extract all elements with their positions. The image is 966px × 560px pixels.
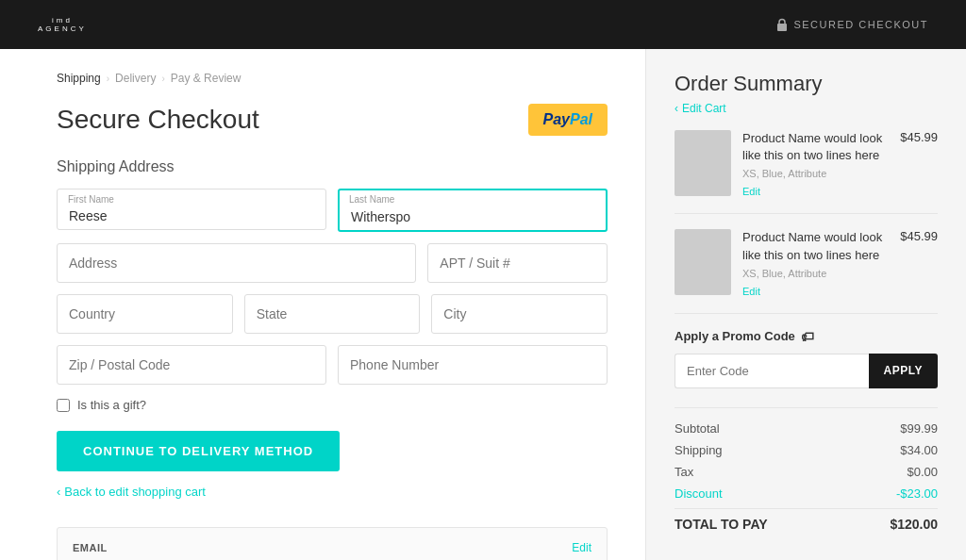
gift-label: Is this a gift? (77, 398, 146, 412)
breadcrumb-step3[interactable]: Pay & Review (171, 72, 242, 85)
total-row: TOTAL TO PAY $120.00 (675, 508, 938, 532)
state-group (244, 294, 421, 334)
page-title: Secure Checkout (57, 105, 259, 135)
state-input[interactable] (244, 294, 421, 334)
discount-value: -$23.00 (896, 486, 938, 501)
country-input[interactable] (57, 294, 233, 334)
continue-button[interactable]: CONTINUE TO DELIVERY METHOD (57, 431, 340, 471)
product-attrs-2: XS, Blue, Attribute (742, 268, 889, 279)
edit-cart-chevron-icon: ‹ (675, 102, 678, 115)
address-group (57, 243, 416, 283)
total-label: TOTAL TO PAY (675, 517, 768, 532)
address-input[interactable] (57, 243, 416, 283)
edit-cart-label: Edit Cart (682, 102, 726, 115)
gift-checkbox-row: Is this a gift? (57, 398, 608, 412)
product-price-2: $45.99 (900, 229, 938, 297)
secure-badge: SECURED CHECKOUT (776, 18, 928, 31)
location-row (57, 294, 608, 334)
product-thumbnail-1 (675, 130, 731, 196)
logo-line2: AGENCY (38, 25, 87, 33)
lock-icon (776, 18, 788, 31)
zip-phone-row (57, 345, 608, 385)
shipping-label: Shipping (675, 443, 723, 457)
zip-input[interactable] (57, 345, 326, 385)
zip-group (57, 345, 326, 385)
left-panel: Shipping › Delivery › Pay & Review Secur… (0, 49, 645, 560)
logo-line1: imd (38, 16, 87, 25)
breadcrumb: Shipping › Delivery › Pay & Review (57, 72, 608, 85)
email-section: EMAIL Edit Reeselovesguac@gmail.com (57, 527, 608, 560)
logo: imd AGENCY (38, 16, 87, 33)
email-header: EMAIL Edit (73, 541, 591, 554)
main-container: Shipping › Delivery › Pay & Review Secur… (0, 49, 966, 560)
discount-label: Discount (675, 486, 723, 501)
paypal-button[interactable]: PayPal (528, 104, 608, 136)
secure-label: SECURED CHECKOUT (793, 19, 928, 30)
total-value: $120.00 (890, 517, 938, 532)
promo-label: Apply a Promo Code (675, 329, 795, 343)
shipping-row: Shipping $34.00 (675, 443, 938, 457)
back-chevron-icon: ‹ (57, 485, 60, 499)
subtotal-row: Subtotal $99.99 (675, 421, 938, 436)
right-panel: Order Summary ‹ Edit Cart Product Name w… (645, 49, 966, 560)
product-info-1: Product Name would look like this on two… (742, 130, 889, 198)
phone-input[interactable] (338, 345, 608, 385)
product-edit-link-1[interactable]: Edit (742, 186, 760, 197)
order-summary-title: Order Summary (675, 72, 938, 96)
product-attrs-1: XS, Blue, Attribute (742, 168, 889, 179)
country-group (57, 294, 233, 334)
breadcrumb-sep1: › (107, 74, 109, 84)
product-edit-link-2[interactable]: Edit (742, 286, 760, 297)
last-name-group: Last Name (338, 189, 608, 232)
promo-title: Apply a Promo Code 🏷 (675, 329, 938, 344)
city-group (431, 294, 608, 334)
first-name-input[interactable] (57, 189, 326, 230)
apt-input[interactable] (427, 243, 608, 283)
section-title-shipping: Shipping Address (57, 158, 608, 175)
paypal-pal: Pal (570, 111, 592, 128)
product-info-2: Product Name would look like this on two… (742, 229, 889, 297)
apply-button[interactable]: APPLY (869, 354, 938, 388)
first-name-group: First Name (57, 189, 326, 232)
promo-section: Apply a Promo Code 🏷 APPLY (675, 329, 938, 388)
gift-checkbox[interactable] (57, 399, 70, 412)
shipping-value: $34.00 (900, 443, 938, 457)
phone-group (338, 345, 608, 385)
address-row (57, 243, 608, 283)
header: imd AGENCY SECURED CHECKOUT (0, 0, 966, 49)
totals-section: Subtotal $99.99 Shipping $34.00 Tax $0.0… (675, 407, 938, 532)
breadcrumb-step2[interactable]: Delivery (115, 72, 156, 85)
product-thumbnail-2 (675, 229, 731, 295)
back-link[interactable]: ‹ Back to edit shopping cart (57, 485, 608, 499)
breadcrumb-step1[interactable]: Shipping (57, 72, 101, 85)
svg-rect-0 (777, 24, 787, 31)
promo-code-input[interactable] (675, 354, 869, 388)
discount-row: Discount -$23.00 (675, 486, 938, 501)
tax-label: Tax (675, 465, 693, 479)
tax-row: Tax $0.00 (675, 465, 938, 479)
product-name-2: Product Name would look like this on two… (742, 229, 889, 263)
paypal-pp: Pay (543, 111, 570, 128)
back-link-label: Back to edit shopping cart (64, 485, 206, 499)
subtotal-label: Subtotal (675, 421, 720, 436)
apt-group (427, 243, 608, 283)
edit-cart-link[interactable]: ‹ Edit Cart (675, 102, 938, 115)
email-edit-link[interactable]: Edit (572, 541, 591, 554)
subtotal-value: $99.99 (900, 421, 938, 436)
page-header: Secure Checkout PayPal (57, 104, 608, 136)
last-name-input[interactable] (338, 189, 608, 232)
product-name-1: Product Name would look like this on two… (742, 130, 889, 164)
promo-input-row: APPLY (675, 354, 938, 388)
tax-value: $0.00 (907, 465, 938, 479)
name-row: First Name Last Name (57, 189, 608, 232)
email-label: EMAIL (73, 542, 108, 553)
city-input[interactable] (431, 294, 608, 334)
product-price-1: $45.99 (900, 130, 938, 198)
promo-tag-icon: 🏷 (801, 329, 814, 344)
product-item-2: Product Name would look like this on two… (675, 229, 938, 313)
breadcrumb-sep2: › (161, 74, 164, 84)
product-item-1: Product Name would look like this on two… (675, 130, 938, 214)
